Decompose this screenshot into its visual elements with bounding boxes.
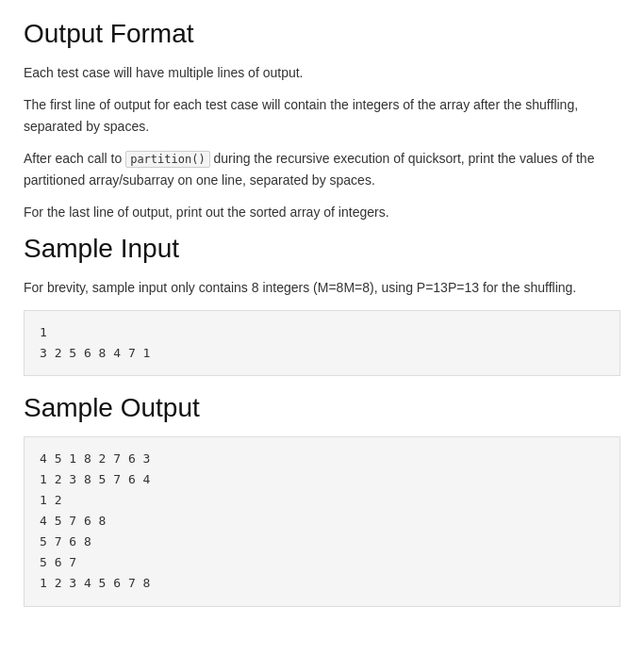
sample-output-line-5: 5 7 6 8 [40, 532, 604, 552]
output-format-p4: For the last line of output, print out t… [24, 202, 620, 222]
sample-input-heading: Sample Input [24, 234, 620, 264]
output-format-p1: Each test case will have multiple lines … [24, 62, 620, 83]
partition-code: partition() [125, 151, 209, 168]
sample-output-line-6: 5 6 7 [40, 552, 604, 573]
sample-input-line-2: 3 2 5 6 8 4 7 1 [40, 343, 604, 364]
output-format-p2: The first line of output for each test c… [24, 94, 620, 137]
output-format-p3-before: After each call to [24, 151, 125, 166]
sample-output-heading: Sample Output [24, 393, 620, 423]
sample-output-line-4: 4 5 7 6 8 [40, 511, 604, 532]
sample-output-line-7: 1 2 3 4 5 6 7 8 [40, 573, 604, 594]
sample-output-line-3: 1 2 [40, 490, 604, 511]
sample-output-line-1: 4 5 1 8 2 7 6 3 [40, 449, 604, 469]
sample-output-code-block: 4 5 1 8 2 7 6 3 1 2 3 8 5 7 6 4 1 2 4 5 … [24, 436, 620, 607]
sample-input-section: Sample Input For brevity, sample input o… [24, 234, 620, 376]
output-format-section: Output Format Each test case will have m… [24, 19, 620, 222]
sample-output-line-2: 1 2 3 8 5 7 6 4 [40, 469, 604, 490]
sample-input-line-1: 1 [40, 322, 604, 343]
sample-input-code-block: 1 3 2 5 6 8 4 7 1 [24, 310, 620, 376]
output-format-heading: Output Format [24, 19, 620, 49]
sample-input-description: For brevity, sample input only contains … [24, 277, 620, 298]
sample-output-section: Sample Output 4 5 1 8 2 7 6 3 1 2 3 8 5 … [24, 393, 620, 607]
output-format-p3: After each call to partition() during th… [24, 148, 620, 190]
